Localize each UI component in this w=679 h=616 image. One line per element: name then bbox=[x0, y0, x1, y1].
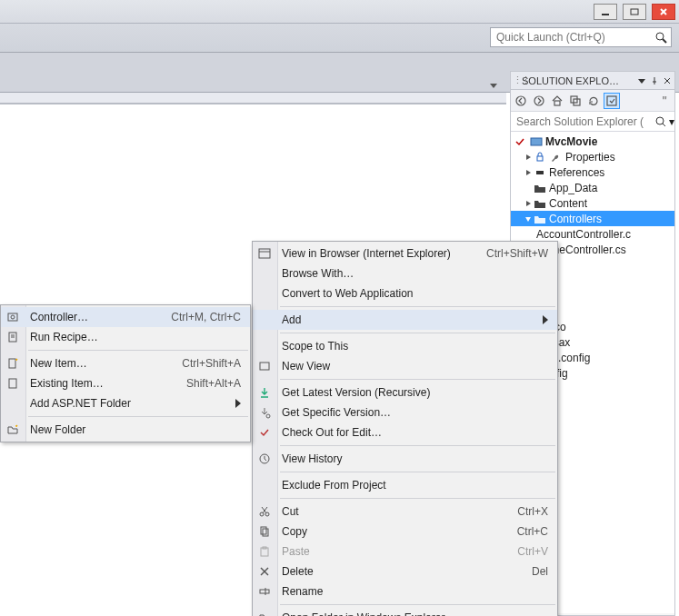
menu-separator bbox=[280, 498, 555, 499]
tree-label: MvcMovie bbox=[545, 135, 597, 148]
expand-icon[interactable] bbox=[524, 169, 533, 176]
menu-item-rename[interactable]: Rename bbox=[253, 581, 557, 601]
expand-icon[interactable] bbox=[524, 200, 533, 207]
new-item-icon bbox=[5, 355, 21, 372]
menu-separator bbox=[280, 445, 555, 446]
quick-launch-input[interactable] bbox=[494, 30, 654, 45]
menu-item-run-recipe[interactable]: Run Recipe… bbox=[1, 327, 250, 347]
menu-label: Exclude From Project bbox=[282, 479, 548, 492]
menu-item-get-specific[interactable]: Get Specific Version… bbox=[253, 402, 557, 422]
refresh-icon[interactable] bbox=[585, 93, 602, 109]
folder-open-icon bbox=[533, 213, 547, 225]
menu-item-controller[interactable]: Controller… Ctrl+M, Ctrl+C bbox=[1, 307, 250, 327]
download-version-icon bbox=[256, 404, 273, 421]
folder-icon bbox=[533, 197, 547, 210]
collapse-icon[interactable] bbox=[524, 215, 533, 223]
more-icon[interactable]: " bbox=[656, 93, 673, 109]
menu-item-new-view[interactable]: New View bbox=[253, 356, 557, 376]
expand-icon[interactable] bbox=[524, 154, 533, 161]
menu-label: New Item… bbox=[30, 357, 160, 370]
quick-launch-bar bbox=[0, 24, 679, 53]
menu-item-exclude[interactable]: Exclude From Project bbox=[253, 475, 557, 495]
menu-separator bbox=[280, 333, 555, 333]
menu-label: Cut bbox=[282, 505, 495, 518]
close-icon[interactable] bbox=[662, 75, 673, 86]
menu-separator bbox=[280, 379, 555, 380]
svg-rect-51 bbox=[9, 359, 15, 368]
copy-icon bbox=[256, 523, 273, 540]
cut-icon bbox=[256, 503, 273, 520]
wrench-icon bbox=[549, 151, 564, 164]
lock-icon bbox=[533, 151, 547, 164]
collapse-all-icon[interactable] bbox=[567, 93, 584, 109]
tree-node-references[interactable]: References bbox=[511, 164, 674, 180]
history-icon bbox=[256, 451, 273, 467]
tree-node-controllers[interactable]: Controllers bbox=[511, 211, 674, 226]
tab-strip bbox=[0, 93, 506, 104]
rename-icon bbox=[256, 583, 273, 600]
menu-label: Paste bbox=[282, 545, 495, 558]
search-icon[interactable] bbox=[654, 115, 667, 128]
svg-marker-6 bbox=[490, 84, 497, 88]
folder-open-icon bbox=[256, 610, 273, 616]
menu-item-existing-item[interactable]: Existing Item… Shift+Alt+A bbox=[1, 373, 250, 393]
menu-shortcut: Del bbox=[532, 565, 548, 578]
svg-rect-46 bbox=[8, 313, 17, 321]
menu-label: Controller… bbox=[30, 311, 149, 323]
menu-separator bbox=[280, 306, 555, 307]
menu-item-view-in-browser[interactable]: View in Browser (Internet Explorer) Ctrl… bbox=[253, 243, 557, 263]
menu-item-paste: Paste Ctrl+V bbox=[253, 541, 557, 561]
search-icon[interactable] bbox=[654, 31, 667, 44]
pin-icon[interactable] bbox=[649, 75, 660, 86]
menu-item-copy[interactable]: Copy Ctrl+C bbox=[253, 522, 557, 541]
menu-item-asp-folder[interactable]: Add ASP.NET Folder bbox=[1, 393, 250, 413]
chevron-down-icon[interactable] bbox=[488, 81, 501, 90]
solution-explorer-search[interactable]: ▾ bbox=[511, 112, 674, 132]
window-minimize-button[interactable] bbox=[594, 4, 617, 20]
chevron-down-icon[interactable] bbox=[636, 75, 647, 86]
tree-label: Content bbox=[549, 197, 587, 210]
chevron-right-icon bbox=[543, 315, 548, 324]
menu-item-cut[interactable]: Cut Ctrl+X bbox=[253, 502, 557, 522]
menu-item-new-item[interactable]: New Item… Ctrl+Shift+A bbox=[1, 353, 250, 373]
tree-node-properties[interactable]: Properties bbox=[511, 149, 674, 164]
menu-label: Existing Item… bbox=[30, 377, 165, 390]
svg-rect-15 bbox=[554, 101, 560, 105]
menu-item-add[interactable]: Add bbox=[253, 310, 557, 330]
tree-node-appdata[interactable]: App_Data bbox=[511, 180, 674, 195]
menu-item-new-folder[interactable]: New Folder bbox=[1, 420, 250, 440]
nav-forward-icon[interactable] bbox=[531, 93, 547, 109]
menu-item-convert[interactable]: Convert to Web Application bbox=[253, 283, 557, 303]
menu-item-scope[interactable]: Scope to This bbox=[253, 336, 557, 356]
svg-marker-10 bbox=[638, 79, 645, 84]
svg-point-19 bbox=[656, 117, 664, 124]
svg-marker-53 bbox=[235, 399, 241, 408]
menu-item-view-history[interactable]: View History bbox=[253, 449, 557, 469]
solution-explorer-search-input[interactable] bbox=[514, 114, 654, 129]
menu-label: Rename bbox=[282, 585, 548, 598]
menu-label: Add ASP.NET Folder bbox=[30, 397, 225, 410]
menu-item-check-out[interactable]: Check Out for Edit… bbox=[253, 422, 557, 442]
chevron-down-icon[interactable]: ▾ bbox=[669, 115, 674, 128]
menu-label: Convert to Web Application bbox=[282, 287, 548, 300]
tree-node-file[interactable]: AccountController.c bbox=[511, 226, 674, 242]
new-window-icon bbox=[256, 358, 273, 374]
svg-line-5 bbox=[663, 39, 666, 43]
menu-item-browse-with[interactable]: Browse With… bbox=[253, 263, 557, 283]
window-close-button[interactable] bbox=[652, 4, 675, 20]
tree-node-solution[interactable]: MvcMovie bbox=[511, 134, 674, 149]
tree-node-content[interactable]: Content bbox=[511, 195, 674, 211]
home-icon[interactable] bbox=[549, 93, 565, 109]
menu-item-get-latest[interactable]: Get Latest Version (Recursive) bbox=[253, 383, 557, 402]
tree-label: References bbox=[549, 166, 604, 179]
nav-back-icon[interactable] bbox=[513, 93, 529, 109]
folder-icon bbox=[533, 182, 547, 194]
quick-launch-box[interactable] bbox=[490, 27, 672, 47]
svg-rect-1 bbox=[631, 9, 638, 15]
paste-icon bbox=[256, 543, 273, 560]
sync-with-document-icon[interactable] bbox=[604, 93, 620, 109]
menu-item-open-folder[interactable]: Open Folder in Windows Explorer bbox=[253, 608, 557, 616]
project-icon bbox=[529, 135, 544, 148]
menu-item-delete[interactable]: Delete Del bbox=[253, 561, 557, 581]
window-restore-button[interactable] bbox=[623, 4, 646, 20]
